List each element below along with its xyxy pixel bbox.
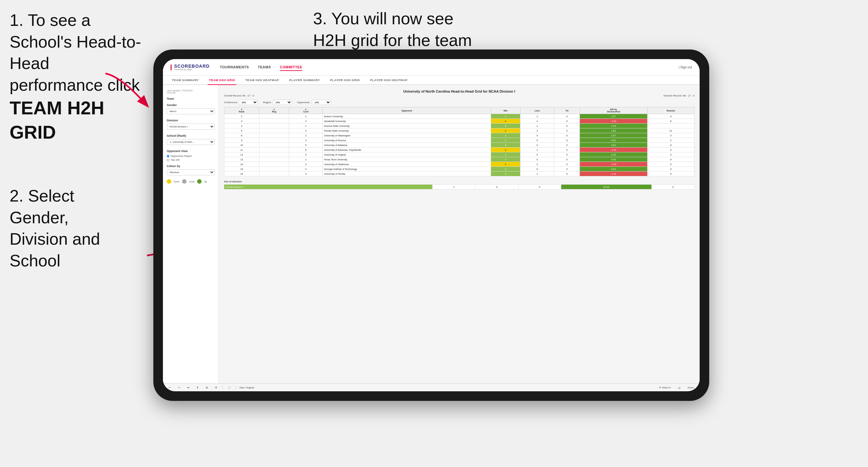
logo-area: SCOREBOARD Powered by clippi — [170, 64, 210, 71]
cell-win: 3 — [491, 172, 520, 176]
filter-region: Region (All) — [263, 100, 292, 105]
watch-button[interactable]: 👁 Watch ▾ — [657, 385, 673, 390]
cell-diff: 5.56 — [580, 157, 647, 162]
team-section-title: Team — [167, 97, 215, 100]
table-row: 3 2 Vanderbilt University 0 4 0 -2.29 8 — [224, 119, 694, 124]
opponent-filter-select[interactable]: (All) — [312, 100, 331, 105]
nav-tournaments[interactable]: TOURNAMENTS — [220, 64, 249, 71]
cell-rounds: 3 — [647, 133, 694, 138]
redo-button[interactable]: ↪ — [176, 385, 182, 390]
present-button[interactable]: 📊 — [676, 385, 682, 390]
arrow-1-icon — [96, 70, 160, 115]
cell-tie: 0 — [554, 162, 580, 167]
table-row: 14 2 University of Oklahoma 1 2 0 -1.00 … — [224, 162, 694, 167]
colour-by-select[interactable]: Win/loss — [167, 169, 215, 175]
cell-conf: 2 — [289, 162, 323, 167]
legend-level-dot — [182, 179, 187, 184]
view-label: View: Original — [239, 386, 254, 389]
logo: SCOREBOARD Powered by clippi — [174, 64, 210, 71]
cell-opponent: Texas Tech University — [323, 157, 491, 162]
cell-conf: 1 — [289, 157, 323, 162]
col-win: Win — [491, 107, 520, 114]
cell-opponent: University of Arkansas, Fayetteville — [323, 148, 491, 152]
cell-opponent: University of Oklahoma — [323, 162, 491, 167]
subnav-team-h2h-grid[interactable]: TEAM H2H GRID — [208, 76, 236, 85]
subnav-team-summary[interactable]: TEAM SUMMARY — [170, 76, 200, 85]
cell-tie: 0 — [554, 148, 580, 152]
cell-diff: -1.00 — [580, 162, 647, 167]
clock-button[interactable]: 🕐 — [226, 385, 232, 390]
subnav-player-h2h-grid[interactable]: PLAYER H2H GRID — [329, 76, 361, 85]
cell-win: 0 — [491, 167, 520, 172]
subnav-player-summary[interactable]: PLAYER SUMMARY — [288, 76, 321, 85]
subnav-team-h2h-heatmap[interactable]: TEAM H2H HEATMAP — [244, 76, 280, 85]
cell-diff: -4.33 — [580, 148, 647, 152]
subnav-player-h2h-heatmap[interactable]: PLAYER H2H HEATMAP — [369, 76, 409, 85]
cell-tie: 0 — [554, 143, 580, 148]
cell-conf: 2 — [289, 133, 323, 138]
table-row: 12 3 University of Virginia 1 0 0 2.33 3 — [224, 152, 694, 157]
col-opponent: Opponent — [323, 107, 491, 114]
cell-win: 1 — [491, 138, 520, 143]
table-row: 15 4 Georgia Institute of Technology 0 6… — [224, 167, 694, 172]
cell-conf: 4 — [289, 167, 323, 172]
bottom-toolbar: ↩ ↪ ⬅ ⬆ ⊞ ⚙ 🕐 View: Original 👁 Watch ▾ 📊… — [163, 383, 700, 391]
settings-button[interactable]: ⚙ — [213, 385, 219, 390]
out-of-division-title: Out of division — [224, 180, 694, 183]
cell-reg — [259, 143, 289, 148]
radio-opponents-played[interactable]: Opponents Played — [167, 155, 215, 157]
color-legend: Down Level Up — [167, 179, 215, 184]
filter-conference-label: Conference — [224, 101, 237, 104]
school-select[interactable]: 1. University of Nort... — [167, 139, 215, 145]
timestamp-label: Last Updated: 27/03/2024 — [167, 89, 215, 92]
region-filter-select[interactable]: (All) — [273, 100, 292, 105]
cell-rounds: 12 — [647, 128, 694, 133]
col-diff: Diff AvStrokes/Rnd — [580, 107, 647, 114]
overall-record: Overall Record: 89 - 17 - 0 — [224, 94, 254, 97]
cell-win: 1 — [491, 152, 520, 157]
radio-top100[interactable]: Top 100 — [167, 158, 215, 161]
nav-teams[interactable]: TEAMS — [258, 64, 271, 71]
filter-opponent-label: Opponents: — [297, 101, 310, 104]
undo-button[interactable]: ↩ — [167, 385, 173, 390]
col-tie: Tie — [554, 107, 580, 114]
ood-rounds: 3 — [651, 185, 694, 189]
nav-back-button[interactable]: ⬅ — [185, 385, 191, 390]
content-area: Last Updated: 27/03/2024 16:55:38 Team G… — [163, 85, 700, 383]
cell-diff: 1.67 — [580, 114, 647, 119]
share-button[interactable]: Share — [686, 385, 696, 390]
legend-up-dot — [197, 179, 202, 184]
division-select[interactable]: NCAA Division I — [167, 124, 215, 130]
division-record: Division Record: 88 - 17 - 0 — [663, 94, 694, 97]
cell-conf: 3 — [289, 138, 323, 143]
logo-sub: Powered by clippi — [174, 68, 210, 71]
gender-select[interactable]: Men's — [167, 108, 215, 114]
zoom-button[interactable]: ⊞ — [204, 385, 210, 390]
tablet-device: SCOREBOARD Powered by clippi TOURNAMENTS… — [153, 50, 709, 401]
top-navigation: SCOREBOARD Powered by clippi TOURNAMENTS… — [163, 59, 700, 76]
table-row: 6 2 Florida State University 2 2 0 1.83 … — [224, 128, 694, 133]
table-row: 10 5 University of Alabama 3 0 0 2.61 8 — [224, 143, 694, 148]
conference-filter-select[interactable]: (All) — [239, 100, 258, 105]
nav-committee[interactable]: COMMITTEE — [280, 64, 303, 71]
grid-subtitle: Overall Record: 89 - 17 - 0 Division Rec… — [224, 94, 694, 97]
cell-reg — [259, 172, 289, 176]
cell-rank: 4 — [224, 124, 259, 128]
radio-top100-input[interactable] — [167, 159, 169, 161]
ood-win: 1 — [433, 185, 475, 189]
cell-rounds: 9 — [647, 157, 694, 162]
table-row: 9 3 University of Arizona 1 0 0 9.00 2 — [224, 138, 694, 143]
legend-level-label: Level — [189, 181, 194, 183]
cell-rank: 3 — [224, 119, 259, 124]
radio-opponents-played-input[interactable] — [167, 155, 169, 157]
nav-items: TOURNAMENTS TEAMS COMMITTEE — [220, 64, 668, 71]
cell-rounds: 9 — [647, 114, 694, 119]
cell-loss: 1 — [520, 114, 554, 119]
cell-win: 2 — [491, 114, 520, 119]
cell-reg — [259, 148, 289, 152]
division-record-value: 88 - 17 - 0 — [683, 94, 694, 97]
col-conf: #Conf — [289, 107, 323, 114]
nav-forward-button[interactable]: ⬆ — [194, 385, 200, 390]
sign-out-button[interactable]: | Sign out — [679, 65, 692, 69]
cell-reg — [259, 152, 289, 157]
